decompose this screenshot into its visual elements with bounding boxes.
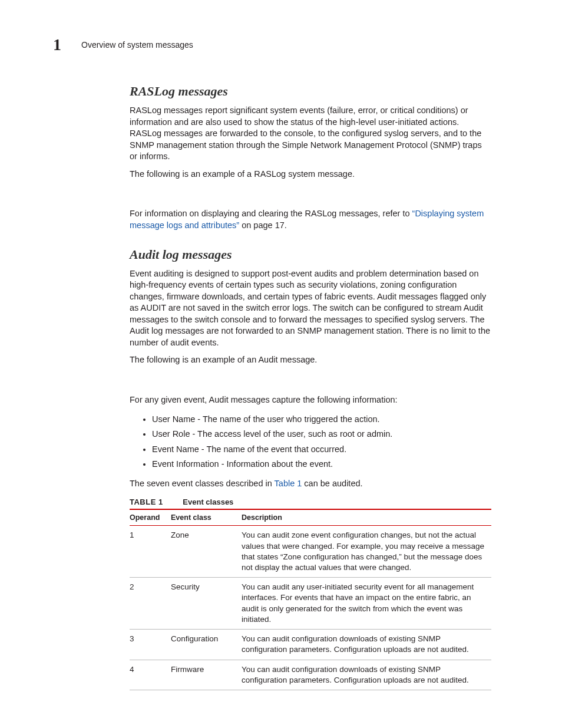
cell-event-class: Configuration — [171, 630, 242, 660]
content-body: RASLog messages RASLog messages report s… — [130, 84, 491, 690]
running-header: 1 Overview of system messages — [53, 35, 491, 54]
page: 1 Overview of system messages RASLog mes… — [0, 0, 562, 726]
section-heading-raslog: RASLog messages — [130, 84, 491, 99]
event-classes-table: Operand Event class Description 1 Zone Y… — [130, 509, 491, 690]
cell-event-class: Zone — [171, 526, 242, 578]
cell-event-class: Security — [171, 578, 242, 630]
cell-operand: 4 — [130, 660, 171, 690]
paragraph: The seven event classes described in Tab… — [130, 478, 491, 490]
cell-description: You can audit any user-initiated securit… — [242, 578, 491, 630]
cell-description: You can audit configuration downloads of… — [242, 630, 491, 660]
text-run: For information on displaying and cleari… — [130, 209, 412, 218]
cell-event-class: Firmware — [171, 660, 242, 690]
cell-operand: 3 — [130, 630, 171, 660]
cell-description: You can audit configuration downloads of… — [242, 660, 491, 690]
cell-operand: 2 — [130, 578, 171, 630]
chapter-number: 1 — [53, 35, 65, 54]
table-header-row: Operand Event class Description — [130, 509, 491, 526]
column-header-description: Description — [242, 509, 491, 526]
table-caption-text: Event classes — [183, 498, 233, 506]
chapter-title: Overview of system messages — [81, 40, 193, 50]
table-row: 3 Configuration You can audit configurat… — [130, 630, 491, 660]
text-run: The seven event classes described in — [130, 479, 275, 488]
cell-description: You can audit zone event configuration c… — [242, 526, 491, 578]
cross-reference-link[interactable]: Table 1 — [275, 479, 302, 488]
list-item: Event Name - The name of the event that … — [152, 442, 491, 457]
bullet-list: User Name - The name of the user who tri… — [130, 412, 491, 472]
table-row: 2 Security You can audit any user-initia… — [130, 578, 491, 630]
example-placeholder — [130, 186, 491, 202]
paragraph: Event auditing is designed to support po… — [130, 268, 491, 349]
cell-operand: 1 — [130, 526, 171, 578]
column-header-event-class: Event class — [171, 509, 242, 526]
text-run: can be audited. — [302, 479, 362, 488]
section-heading-audit: Audit log messages — [130, 247, 491, 262]
table-label: TABLE 1 — [130, 498, 163, 506]
column-header-operand: Operand — [130, 509, 171, 526]
paragraph: RASLog messages report significant syste… — [130, 105, 491, 163]
paragraph: For any given event, Audit messages capt… — [130, 394, 491, 406]
paragraph: For information on displaying and cleari… — [130, 208, 491, 231]
list-item: User Name - The name of the user who tri… — [152, 412, 491, 427]
table-caption: TABLE 1 Event classes — [130, 498, 491, 506]
table-row: 1 Zone You can audit zone event configur… — [130, 526, 491, 578]
table-row: 4 Firmware You can audit configuration d… — [130, 660, 491, 690]
example-placeholder — [130, 372, 491, 388]
paragraph: The following is an example of a RASLog … — [130, 169, 491, 180]
paragraph: The following is an example of an Audit … — [130, 354, 491, 366]
text-run: on page 17. — [239, 220, 287, 230]
list-item: User Role - The access level of the user… — [152, 427, 491, 442]
list-item: Event Information - Information about th… — [152, 457, 491, 472]
